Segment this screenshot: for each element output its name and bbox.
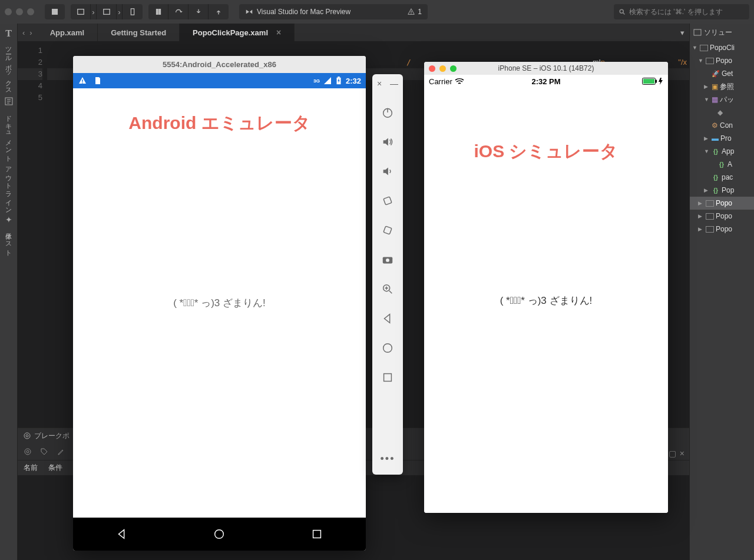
tag-icon[interactable] [40,448,48,456]
minimize-icon[interactable]: ▢ [669,449,676,458]
svg-rect-5 [158,9,160,15]
carrier-label: Carrier [429,77,452,86]
chevron-icon: › [117,4,123,19]
android-clock: 2:32 [346,77,361,85]
rotate-left-button[interactable] [372,186,403,216]
svg-point-8 [620,9,623,13]
ios-message: ( *ﾟ▽ﾟ* っ)3 ざまりん! [500,294,593,307]
search-placeholder: 検索するには '⌘.' を押します [629,7,723,17]
tree-item[interactable]: ▶{}Pop [690,184,754,197]
edit-icon[interactable] [57,448,65,456]
nav-home-icon[interactable] [213,528,226,541]
svg-rect-3 [131,9,134,15]
target-select-group[interactable]: › › [71,4,143,19]
target-device-icon[interactable] [123,4,143,19]
tab-popoclickpage[interactable]: PopoClickPage.xaml× [180,24,295,41]
debug-panel-controls[interactable]: ▢ × [669,448,684,459]
step-in-button[interactable] [188,4,209,19]
signal-icon [323,77,332,85]
volume-down-button[interactable] [372,157,403,186]
network-label: 3G [313,78,320,84]
step-out-button[interactable] [209,4,229,19]
nav-recent-icon[interactable] [310,528,323,541]
tree-item[interactable]: ▶Popo [690,223,754,236]
svg-rect-22 [383,197,392,205]
window-controls[interactable] [5,8,34,15]
forward-icon[interactable]: › [29,28,32,37]
target-icon[interactable] [24,448,32,456]
warning-badge[interactable]: 1 [407,8,422,16]
svg-rect-6 [411,11,412,13]
camera-button[interactable] [372,245,403,274]
wifi-icon [455,78,464,85]
stop-button[interactable] [45,4,65,19]
nav-back-icon[interactable] [115,528,128,541]
back-button[interactable] [372,304,403,333]
svg-point-19 [215,530,224,539]
tree-item[interactable]: ▶▬Pro [690,132,754,145]
tree-item[interactable]: ◆ [690,106,754,119]
tree-item[interactable]: ▼Popo [690,54,754,67]
tab-nav[interactable]: ‹› [18,24,37,41]
target-project-icon[interactable] [71,4,91,19]
android-overlay-label: Android エミュレータ [79,111,360,135]
tabs-overflow-icon[interactable]: ▾ [675,24,689,41]
svg-point-27 [383,344,392,353]
close-icon[interactable]: × [680,449,684,458]
ios-simulator-window: iPhone SE – iOS 10.1 (14B72) Carrier 2:3… [424,62,668,513]
close-icon[interactable]: × [377,79,382,88]
power-button[interactable] [372,98,403,127]
zoom-button[interactable] [372,274,403,304]
android-message: ( *ﾟ▽ﾟ* っ)3 ざまりん! [173,296,266,310]
tree-item[interactable]: ▼▦パッ [690,93,754,106]
back-icon[interactable]: ‹ [22,28,25,37]
line-gutter: 1 2 3 4 5 [18,41,47,428]
search-box[interactable]: 検索するには '⌘.' を押します [614,4,749,19]
more-icon[interactable]: ••• [381,453,395,471]
tree-item[interactable]: ▼{}App [690,145,754,158]
svg-rect-2 [103,9,110,15]
pause-button[interactable] [148,4,168,19]
status-bar: Visual Studio for Mac Preview 1 [239,4,428,19]
tree-item[interactable]: ▶Popo [690,210,754,223]
tab-getting-started[interactable]: Getting Started [98,24,180,41]
rail-toolbox[interactable]: ツールボックス [4,42,13,92]
battery-icon [642,78,663,85]
volume-up-button[interactable] [372,127,403,157]
debug-controls[interactable] [148,4,229,19]
minimize-icon[interactable]: — [390,79,398,88]
tree-item[interactable]: 🚀Get [690,67,754,80]
tree-item[interactable]: ▼PopoCli [690,41,754,54]
solution-tree[interactable]: ▼PopoCli▼Popo🚀Get▶▣参照▼▦パッ◆⚙Con▶▬Pro▼{}Ap… [690,41,754,236]
window-controls[interactable] [429,65,457,72]
rotate-right-button[interactable] [372,216,403,245]
search-icon [619,8,626,15]
target-config-icon[interactable] [97,4,117,19]
col-condition: 条件 [48,463,62,473]
home-button[interactable] [372,333,403,363]
step-over-button[interactable] [168,4,188,19]
tree-item[interactable]: {}pac [690,171,754,184]
tree-item[interactable]: ▶▣参照 [690,80,754,93]
svg-point-10 [24,433,30,439]
android-emulator-window: 5554:Android_Accelerated_x86 3G 2:32 And… [73,56,366,551]
svg-point-13 [27,450,29,453]
status-text: Visual Studio for Mac Preview [257,8,350,16]
svg-rect-1 [77,9,84,15]
rail-doc-outline[interactable]: ドキュメント アウトライン [4,111,13,211]
rail-unit-test[interactable]: 単体テスト [4,228,13,254]
tree-item[interactable]: ▶Popo [690,197,754,210]
tree-item[interactable]: ⚙Con [690,119,754,132]
android-window-title[interactable]: 5554:Android_Accelerated_x86 [73,56,366,73]
ios-screen[interactable]: iOS シミュレータ ( *ﾟ▽ﾟ* っ)3 ざまりん! [424,88,668,513]
tab-app-xaml[interactable]: App.xaml [37,24,98,41]
svg-rect-23 [383,226,392,234]
solution-icon [693,28,702,37]
run-stop-group[interactable] [45,4,65,19]
android-screen[interactable]: Android エミュレータ ( *ﾟ▽ﾟ* っ)3 ざまりん! [73,88,366,518]
recent-button[interactable] [372,363,403,392]
tree-item[interactable]: {}A [690,158,754,171]
ios-window-title[interactable]: iPhone SE – iOS 10.1 (14B72) [424,62,668,75]
panel-title: ブレークポ [34,431,70,441]
close-icon[interactable]: × [276,28,281,37]
